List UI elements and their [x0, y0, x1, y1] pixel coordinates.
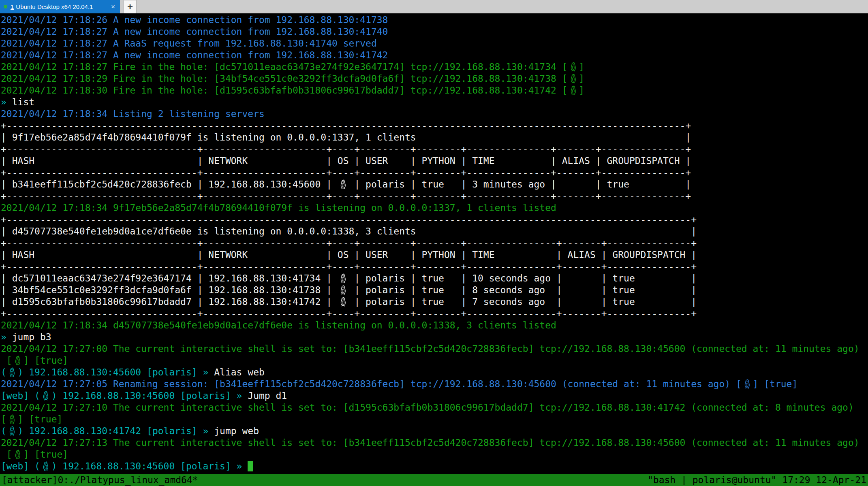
terminal-row: 2021/04/12 17:18:34 d45707738e540fe1eb9d… [1, 320, 868, 331]
terminal-text: +----------------------------------+----… [1, 144, 691, 154]
terminal[interactable]: 2021/04/12 17:18:26 A new income connect… [0, 13, 868, 472]
terminal-text: | polaris | true | 8 seconds ago | | tru… [349, 285, 697, 295]
terminal-row: | HASH | NETWORK | OS | USER | PYTHON | … [1, 249, 868, 261]
terminal-text: | polaris | true | 7 seconds ago | | tru… [349, 296, 697, 307]
new-tab-button[interactable]: + [124, 0, 137, 13]
terminal-row: 2021/04/12 17:18:27 A new income connect… [1, 49, 868, 61]
terminal-text: ] [true] [23, 355, 68, 366]
terminal-text: ] [579, 85, 584, 96]
terminal-text: | dc571011eaac63473e274f92e3647174 | 192… [1, 273, 338, 284]
vm-tab-ubuntu[interactable]: 1 Ubuntu Desktop x64 20.04.1 × [0, 0, 120, 13]
terminal-row: 2021/04/12 17:18:34 Listing 2 listening … [1, 108, 868, 120]
penguin-icon [40, 391, 51, 401]
penguin-icon [338, 273, 349, 283]
terminal-text: | d45707738e540fe1eb9d0a1ce7df6e0e is li… [1, 226, 416, 237]
terminal-text: | b341eeff115cbf2c5d420c728836fecb | 192… [1, 179, 338, 190]
terminal-text: +----------------------------------+----… [1, 238, 697, 248]
terminal-row: ( ) 192.168.88.130:45600 [polaris] » Ali… [1, 367, 868, 378]
terminal-text: ] [true] [23, 449, 68, 460]
tmux-session-window-label: [attacker]0:./Platypus_linux_amd64* [2, 475, 198, 485]
tmux-status-bar: [attacker]0:./Platypus_linux_amd64* "bas… [0, 474, 868, 486]
terminal-text: +----------------------------------+----… [1, 261, 697, 272]
terminal-row: | 34bf54ce551c0e3292ff3dcfa9d0fa6f | 192… [1, 284, 868, 296]
terminal-row: 2021/04/12 17:18:27 A RaaS request from … [1, 38, 868, 49]
terminal-row: [web] ( ) 192.168.88.130:45600 [polaris]… [1, 390, 868, 402]
terminal-text: [web] ( [1, 461, 40, 471]
terminal-text: +----------------------------------+----… [1, 191, 691, 201]
penguin-icon [338, 297, 349, 307]
terminal-text: + [685, 120, 691, 131]
terminal-row: +----------------------------------+----… [1, 167, 868, 179]
terminal-text: | 9f17eb56e2a85d74f4b78694410f079f is li… [1, 132, 416, 143]
terminal-row: 2021/04/12 17:18:29 Fire in the hole: [3… [1, 73, 868, 85]
terminal-text: ( [1, 426, 6, 436]
terminal-text: 2021/04/12 17:27:10 The current interact… [1, 402, 854, 413]
terminal-text: | polaris | true | 3 minutes ago | | tru… [349, 179, 691, 190]
terminal-cursor [248, 461, 253, 471]
terminal-text: » [1, 97, 12, 107]
terminal-row: 2021/04/12 17:27:00 The current interact… [1, 343, 868, 355]
terminal-row: 2021/04/12 17:18:30 Fire in the hole: [d… [1, 85, 868, 96]
terminal-text: ) 192.168.88.130:45600 [polaris] » [18, 367, 214, 377]
terminal-text: + [1, 214, 6, 225]
terminal-text: | [685, 132, 691, 143]
penguin-icon [568, 85, 579, 95]
terminal-text: 2021/04/12 17:27:00 The current interact… [1, 343, 859, 354]
terminal-text: ( [1, 367, 6, 377]
terminal-text: ] [true] [753, 379, 798, 389]
terminal-row: » list [1, 96, 868, 108]
vm-tab-bar: 1 Ubuntu Desktop x64 20.04.1 × + [0, 0, 868, 13]
terminal-row: +----------------------------------+----… [1, 237, 868, 249]
terminal-text: ] [579, 73, 584, 84]
terminal-text: 2021/04/12 17:18:34 Listing 2 listening … [1, 109, 265, 119]
penguin-icon [338, 179, 349, 189]
penguin-icon [568, 62, 579, 72]
terminal-row: | b341eeff115cbf2c5d420c728836fecb | 192… [1, 179, 868, 190]
terminal-row: +----------------------------------+----… [1, 308, 868, 320]
terminal-text: ) 192.168.88.130:41742 [polaris] » [18, 426, 214, 436]
terminal-row: 2021/04/12 17:27:13 The current interact… [1, 437, 868, 449]
terminal-text: ----------------------------------------… [6, 120, 686, 131]
terminal-row: +----------------------------------+----… [1, 261, 868, 273]
terminal-text: 2021/04/12 17:18:27 A new income connect… [1, 26, 388, 37]
penguin-icon [6, 414, 18, 424]
terminal-row: 2021/04/12 17:18:26 A new income connect… [1, 14, 868, 26]
terminal-text: 2021/04/12 17:27:05 Renaming session: [b… [1, 379, 742, 389]
penguin-icon [12, 356, 24, 365]
terminal-text: Alias web [214, 367, 265, 377]
terminal-row: 2021/04/12 17:18:34 9f17eb56e2a85d74f4b7… [1, 202, 868, 214]
tab-title: Ubuntu Desktop x64 20.04.1 [16, 3, 93, 10]
penguin-icon [40, 461, 51, 471]
terminal-text: 2021/04/12 17:18:26 A new income connect… [1, 15, 388, 25]
terminal-row: | d1595c63bfafb0b31806c99617bdadd7 | 192… [1, 296, 868, 308]
terminal-row: 2021/04/12 17:27:05 Renaming session: [b… [1, 378, 868, 390]
terminal-text: | HASH | NETWORK | OS | USER | PYTHON | … [1, 249, 697, 260]
terminal-text: ) 192.168.88.130:45600 [polaris] » [51, 461, 248, 471]
terminal-text: | [691, 226, 697, 237]
terminal-text: 2021/04/12 17:18:27 Fire in the hole: [d… [1, 62, 568, 72]
terminal-row: 2021/04/12 17:18:27 Fire in the hole: [d… [1, 61, 868, 73]
terminal-text: | HASH | NETWORK | OS | USER | PYTHON | … [1, 156, 691, 166]
terminal-row: | dc571011eaac63473e274f92e3647174 | 192… [1, 273, 868, 284]
terminal-text: 2021/04/12 17:18:34 d45707738e540fe1eb9d… [1, 320, 556, 330]
terminal-row: +----------------------------------+----… [1, 143, 868, 155]
terminal-row: +---------------------------------------… [1, 120, 868, 132]
terminal-row: 2021/04/12 17:27:10 The current interact… [1, 402, 868, 414]
terminal-text: | polaris | true | 10 seconds ago | | tr… [349, 273, 697, 284]
close-icon[interactable]: × [110, 3, 116, 10]
terminal-text: jump b3 [12, 332, 51, 342]
tmux-host-clock-label: "bash | polaris@ubuntu" 17:29 12-Apr-21 [648, 475, 866, 485]
terminal-text: [ [1, 414, 6, 424]
terminal-row: +---------------------------------------… [1, 214, 868, 226]
terminal-text: 2021/04/12 17:18:27 A new income connect… [1, 50, 388, 60]
power-state-icon [4, 5, 7, 9]
terminal-text: [web] ( [1, 390, 40, 401]
terminal-text [416, 132, 686, 143]
penguin-icon [6, 367, 18, 377]
terminal-row: [web] ( ) 192.168.88.130:45600 [polaris]… [1, 460, 868, 472]
terminal-text: ] [true] [18, 414, 63, 424]
terminal-row: [ ] [true] [1, 449, 868, 460]
terminal-text: ] [579, 62, 584, 72]
terminal-text: ----------------------------------------… [6, 214, 691, 225]
terminal-text: Jump d1 [248, 390, 287, 401]
